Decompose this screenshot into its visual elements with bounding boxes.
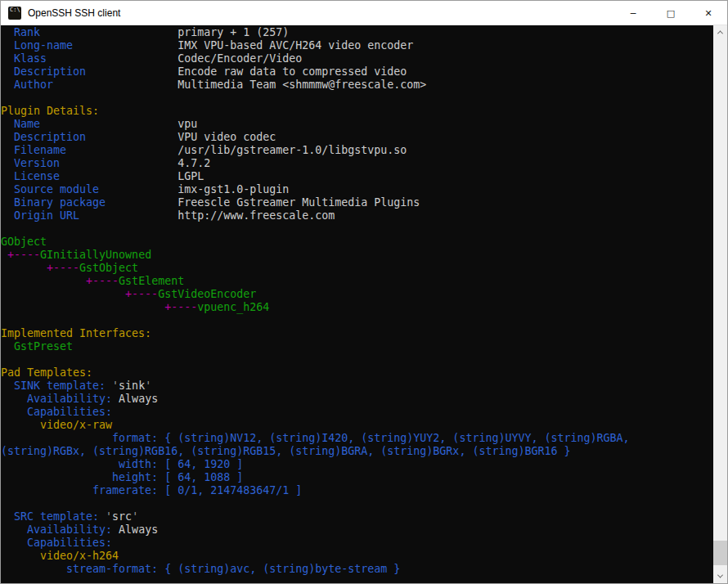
- terminal-line: GObject: [1, 236, 713, 249]
- console-app-icon: C:\: [8, 7, 21, 20]
- terminal-line: [1, 314, 713, 327]
- terminal-window: C:\ OpenSSH SSH client ─ □ ✕ Rank primar…: [0, 0, 728, 584]
- window-title: OpenSSH SSH client: [28, 7, 120, 19]
- terminal-line: Availability: Always: [1, 523, 713, 537]
- scroll-up-button[interactable]: [713, 25, 727, 39]
- terminal-line: +----GstObject: [1, 262, 713, 275]
- window-controls: ─ □ ✕: [614, 1, 727, 25]
- terminal-line: SRC template: 'src': [1, 510, 713, 523]
- chevron-up-icon: [717, 30, 723, 36]
- terminal-line: +----GstVideoEncoder: [1, 288, 713, 301]
- terminal-line: video/x-raw: [1, 419, 713, 432]
- terminal-line: Source module imx-gst1.0-plugin: [1, 183, 713, 196]
- terminal-output[interactable]: Rank primary + 1 (257) Long-name IMX VPU…: [1, 25, 713, 583]
- terminal-line: height: [ 64, 1088 ]: [1, 471, 713, 484]
- terminal-line: Version 4.7.2: [1, 157, 713, 170]
- terminal-line: SINK template: 'sink': [1, 380, 713, 393]
- terminal-line: [1, 92, 713, 105]
- terminal-line: (string)RGBx, (string)RGB16, (string)RGB…: [1, 445, 713, 458]
- terminal-line: video/x-h264: [1, 550, 713, 563]
- terminal-line: Long-name IMX VPU-based AVC/H264 video e…: [1, 39, 713, 52]
- terminal-line: [1, 222, 713, 236]
- maximize-button[interactable]: □: [652, 1, 690, 25]
- terminal-line: Description Encode raw data to compresse…: [1, 65, 713, 79]
- scroll-down-button[interactable]: [713, 569, 727, 583]
- terminal-line: Origin URL http://www.freescale.com: [1, 209, 713, 222]
- terminal-line: [1, 353, 713, 366]
- minimize-icon: ─: [631, 8, 636, 19]
- chevron-down-icon: [717, 573, 723, 578]
- terminal-line: Implemented Interfaces:: [1, 327, 713, 340]
- terminal-line: Rank primary + 1 (257): [1, 26, 713, 39]
- terminal-line: Description VPU video codec: [1, 131, 713, 144]
- terminal-line: Name vpu: [1, 118, 713, 131]
- maximize-icon: □: [667, 8, 675, 19]
- terminal-line: +----GInitiallyUnowned: [1, 249, 713, 262]
- scrollbar-thumb[interactable]: [713, 541, 727, 565]
- terminal-line: format: { (string)NV12, (string)I420, (s…: [1, 432, 713, 445]
- terminal-line: Pad Templates:: [1, 366, 713, 380]
- terminal-line: Capabilities:: [1, 537, 713, 550]
- terminal-line: +----vpuenc_h264: [1, 301, 713, 314]
- terminal-line: Binary package Freescle Gstreamer Multim…: [1, 196, 713, 209]
- terminal-line: Availability: Always: [1, 393, 713, 406]
- terminal-line: framerate: [ 0/1, 2147483647/1 ]: [1, 484, 713, 497]
- close-button[interactable]: ✕: [690, 1, 727, 25]
- terminal-line: stream-format: { (string)avc, (string)by…: [1, 563, 713, 576]
- minimize-button[interactable]: ─: [614, 1, 652, 25]
- terminal-line: Klass Codec/Encoder/Video: [1, 52, 713, 65]
- terminal-line: License LGPL: [1, 170, 713, 183]
- title-bar: C:\ OpenSSH SSH client ─ □ ✕: [1, 1, 727, 25]
- terminal-line: Capabilities:: [1, 406, 713, 419]
- terminal-line: GstPreset: [1, 340, 713, 353]
- close-icon: ✕: [704, 8, 712, 19]
- terminal-line: Plugin Details:: [1, 105, 713, 118]
- terminal-line: [1, 497, 713, 510]
- scrollbar[interactable]: [713, 25, 727, 583]
- terminal-line: Author Multimedia Team <shmmmw@freescale…: [1, 79, 713, 92]
- terminal-line: +----GstElement: [1, 275, 713, 288]
- terminal-line: width: [ 64, 1920 ]: [1, 458, 713, 471]
- terminal-line: Filename /usr/lib/gstreamer-1.0/libgstvp…: [1, 144, 713, 157]
